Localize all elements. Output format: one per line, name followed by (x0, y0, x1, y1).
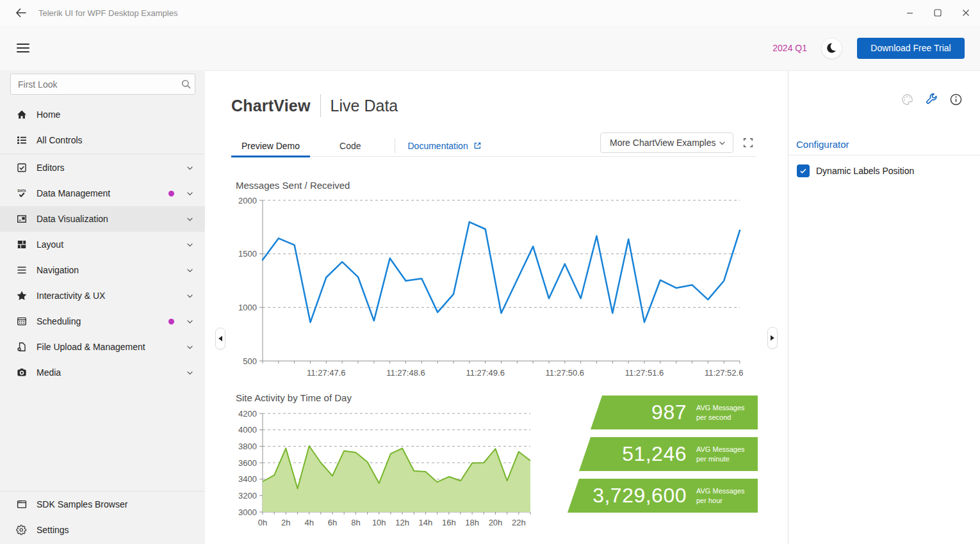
stat-caption: AVG Messagesper minute (696, 445, 753, 463)
more-examples-dropdown[interactable]: More ChartView Examples (600, 132, 733, 153)
nav-item-label: Media (37, 367, 61, 378)
carousel-prev-button[interactable] (215, 328, 225, 349)
moon-icon (826, 42, 838, 54)
nav-item-label: Settings (37, 525, 69, 535)
sidebar-item-media[interactable]: Media (0, 360, 205, 385)
sidebar-item-sdk-samples-browser[interactable]: SDK Samples Browser (0, 492, 205, 517)
editors-icon (16, 162, 28, 173)
layout-icon (16, 239, 28, 250)
sidebar-item-layout[interactable]: Layout (0, 232, 205, 257)
x-tick-label: 20h (489, 518, 503, 527)
stat-badge: 51,246AVG Messagesper minute (579, 437, 758, 471)
y-tick-label: 3800 (238, 442, 257, 451)
checkbox-checked[interactable] (797, 164, 810, 177)
chevron-down-icon (186, 317, 194, 326)
sidebar-item-editors[interactable]: Editors (0, 155, 205, 180)
stat-caption: AVG Messagesper hour (696, 486, 753, 505)
sidebar-item-interactivity-ux[interactable]: Interactivity & UX (0, 283, 205, 308)
close-button[interactable] (952, 0, 980, 26)
arrow-right-icon (770, 335, 775, 341)
navigation-icon (16, 264, 28, 276)
nav-item-label: All Controls (37, 135, 83, 145)
tab-code[interactable]: Code (329, 135, 371, 157)
x-tick-label: 11:27:49.6 (466, 368, 504, 378)
y-tick-label: 4200 (238, 409, 257, 419)
theme-palette-button[interactable] (901, 93, 914, 106)
sidebar-item-all-controls[interactable]: All Controls (0, 127, 205, 153)
configurator-title: Configurator (796, 139, 849, 150)
minimize-button[interactable] (895, 0, 924, 26)
download-free-trial-button[interactable]: Download Free Trial (857, 38, 965, 59)
search-input[interactable] (11, 79, 177, 90)
y-tick-label: 3600 (238, 458, 257, 468)
maximize-button[interactable] (924, 0, 952, 26)
x-tick-label: 11:27:50.6 (546, 368, 584, 378)
sidebar-item-navigation[interactable]: Navigation (0, 257, 205, 283)
fullscreen-button[interactable] (741, 136, 755, 150)
back-button[interactable] (9, 3, 32, 23)
data-visualization-icon (16, 213, 28, 225)
x-tick-label: 14h (419, 518, 433, 527)
sidebar-bottom-nav: SDK Samples BrowserSettings (0, 490, 205, 543)
wrench-icon (925, 93, 938, 106)
y-tick-label: 500 (243, 356, 257, 366)
sidebar-item-home[interactable]: Home (0, 102, 205, 127)
chevron-down-icon (718, 139, 726, 147)
release-label: 2024 Q1 (772, 43, 807, 53)
fullscreen-icon (742, 137, 754, 148)
chevron-down-icon (186, 189, 194, 198)
theme-toggle-button[interactable] (821, 38, 842, 59)
stat-value: 987 (591, 401, 687, 424)
control-name: ChartView (231, 97, 311, 115)
x-tick-label: 22h (512, 518, 526, 527)
window-controls (895, 0, 980, 26)
configurator-option-label: Dynamic Labels Position (816, 166, 914, 176)
interactivity-icon (16, 290, 28, 301)
nav-item-label: SDK Samples Browser (37, 499, 127, 509)
all-controls-icon (16, 134, 28, 146)
chevron-down-icon (186, 292, 194, 300)
sidebar-item-data-visualization[interactable]: Data Visualization (0, 206, 205, 232)
file-upload-icon (16, 341, 28, 353)
hamburger-menu-button[interactable] (17, 44, 29, 52)
chevron-down-icon (186, 369, 194, 377)
documentation-label: Documentation (408, 141, 468, 151)
x-tick-label: 18h (465, 518, 479, 527)
documentation-link[interactable]: Documentation (408, 141, 482, 151)
window-title: Telerik UI for WPF Desktop Examples (38, 8, 177, 18)
chevron-down-icon (186, 241, 194, 249)
x-tick-label: 11:27:52.6 (705, 368, 743, 378)
new-items-dot (168, 191, 174, 196)
sidebar-item-data-management[interactable]: DATAData Management (0, 180, 205, 206)
configurator-option[interactable]: Dynamic Labels Position (797, 164, 914, 177)
tab-preview-demo[interactable]: Preview Demo (231, 135, 310, 157)
y-tick-label: 4000 (238, 425, 257, 435)
chevron-down-icon (186, 266, 194, 275)
info-button[interactable] (949, 93, 963, 106)
stat-badge: 987AVG Messagesper second (591, 396, 758, 429)
configurator-button[interactable] (925, 93, 938, 106)
nav-item-label: Layout (37, 239, 63, 250)
carousel-next-button[interactable] (767, 327, 778, 349)
sidebar-divider (0, 154, 205, 154)
sidebar-item-file-upload-management[interactable]: File Upload & Management (0, 334, 205, 360)
x-tick-label: 10h (372, 518, 386, 527)
sidebar-item-scheduling[interactable]: Scheduling (0, 308, 205, 334)
dropdown-selected-value: More ChartView Examples (610, 138, 718, 148)
main-content: ChartView Live Data Preview Demo Code Do… (205, 71, 788, 544)
nav-item-label: Scheduling (37, 316, 81, 326)
panel-icon-bar (901, 93, 963, 106)
app-body: HomeAll ControlsEditorsDATAData Manageme… (0, 70, 980, 544)
stat-badge: 3,729,600AVG Messagesper hour (568, 479, 758, 513)
configurator-divider (788, 155, 980, 156)
maximize-icon (934, 9, 942, 17)
page-header: ChartView Live Data (231, 94, 398, 117)
sidebar-item-settings[interactable]: Settings (0, 517, 205, 543)
nav-item-label: Interactivity & UX (37, 291, 105, 301)
media-icon (16, 367, 28, 378)
nav-item-label: Home (37, 109, 60, 120)
close-icon (962, 9, 970, 17)
x-tick-label: 11:27:47.6 (307, 368, 345, 378)
y-tick-label: 1500 (238, 249, 257, 259)
svg-text:DATA: DATA (17, 189, 26, 193)
